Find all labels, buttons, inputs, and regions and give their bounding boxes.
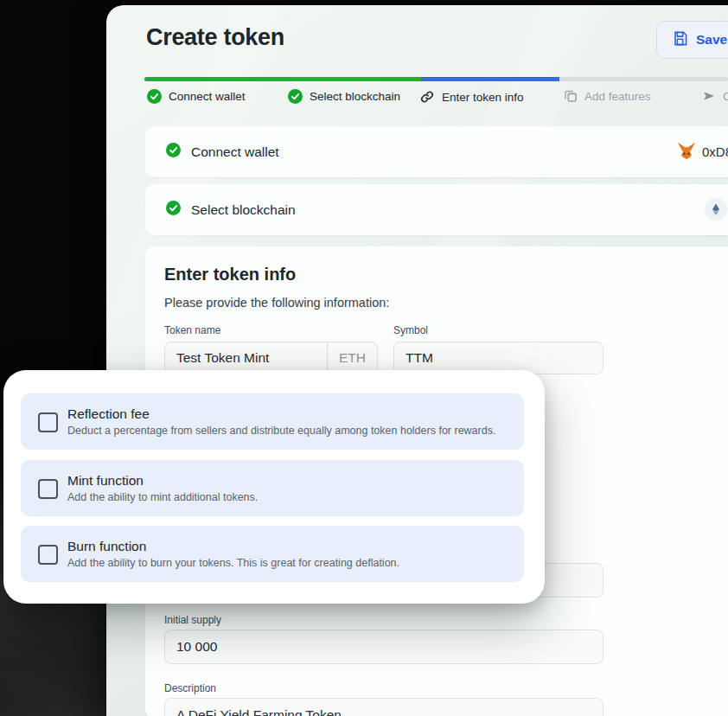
initial-supply-field-wrap: [164, 630, 603, 664]
description-label: Description: [164, 682, 216, 694]
step-select-blockchain[interactable]: Select blockchain: [288, 89, 400, 104]
features-popover: Reflection fee Deduct a percentage from …: [3, 370, 545, 604]
save-button[interactable]: Save &: [656, 21, 728, 59]
symbol-input[interactable]: [406, 350, 591, 366]
token-name-label: Token name: [164, 324, 220, 336]
section-select-blockchain[interactable]: Select blockchain: [145, 184, 728, 235]
progress-active-segment: [421, 77, 559, 81]
step-create[interactable]: C: [702, 89, 728, 103]
initial-supply-input[interactable]: [176, 639, 591, 655]
progress-remaining-segment: [559, 77, 728, 81]
token-info-title: Enter token info: [164, 265, 296, 284]
feature-title: Reflection fee: [67, 406, 150, 422]
token-info-subtitle: Please provide the following information…: [164, 296, 389, 310]
section-title: Select blockchain: [191, 202, 296, 218]
check-circle-icon: [166, 201, 181, 219]
progress-complete-segment: [144, 77, 421, 81]
feature-description: Add the ability to burn your tokens. Thi…: [67, 557, 399, 569]
connected-wallet: 0xD8: [677, 126, 728, 177]
feature-description: Add the ability to mint additional token…: [67, 491, 258, 503]
step-label: Select blockchain: [310, 90, 400, 103]
step-label: Enter token info: [442, 91, 524, 104]
feature-mint-function[interactable]: Mint function Add the ability to mint ad…: [21, 460, 524, 516]
burn-function-checkbox[interactable]: [38, 545, 58, 565]
step-add-features[interactable]: Add features: [564, 89, 651, 103]
arrow-icon: [702, 89, 716, 103]
token-name-input[interactable]: [176, 350, 318, 366]
feature-title: Mint function: [67, 473, 144, 489]
initial-supply-label: Initial supply: [164, 614, 221, 626]
description-field-wrap: [164, 698, 603, 716]
feature-title: Burn function: [67, 539, 146, 554]
floppy-disk-icon: [672, 30, 688, 50]
wallet-address: 0xD8: [702, 144, 728, 159]
copy-icon: [564, 89, 578, 103]
symbol-label: Symbol: [393, 324, 428, 336]
step-enter-token-info[interactable]: Enter token info: [419, 89, 524, 105]
step-label: Add features: [584, 90, 651, 103]
reflection-fee-checkbox[interactable]: [38, 412, 58, 432]
page-title: Create token: [146, 24, 284, 51]
feature-reflection-fee[interactable]: Reflection fee Deduct a percentage from …: [21, 393, 524, 450]
step-label: C: [723, 90, 728, 103]
step-label: Connect wallet: [169, 90, 246, 103]
step-connect-wallet[interactable]: Connect wallet: [147, 89, 246, 104]
create-token-window: Create token Save & Connect wallet Selec…: [106, 5, 728, 716]
token-name-suffix: ETH: [327, 342, 366, 374]
section-title: Connect wallet: [191, 144, 279, 160]
check-circle-icon: [288, 89, 303, 104]
check-circle-icon: [166, 143, 181, 161]
description-input[interactable]: [176, 707, 591, 716]
ethereum-icon: [705, 198, 727, 221]
metamask-fox-icon: [677, 141, 696, 163]
check-circle-icon: [147, 89, 162, 104]
save-button-label: Save &: [696, 32, 728, 48]
link-icon: [419, 89, 435, 105]
mint-function-checkbox[interactable]: [38, 479, 58, 499]
feature-burn-function[interactable]: Burn function Add the ability to burn yo…: [21, 526, 524, 582]
progress-bar: [144, 77, 728, 81]
section-connect-wallet[interactable]: Connect wallet 0xD8: [145, 126, 728, 177]
feature-description: Deduct a percentage from sellers and dis…: [67, 425, 495, 437]
